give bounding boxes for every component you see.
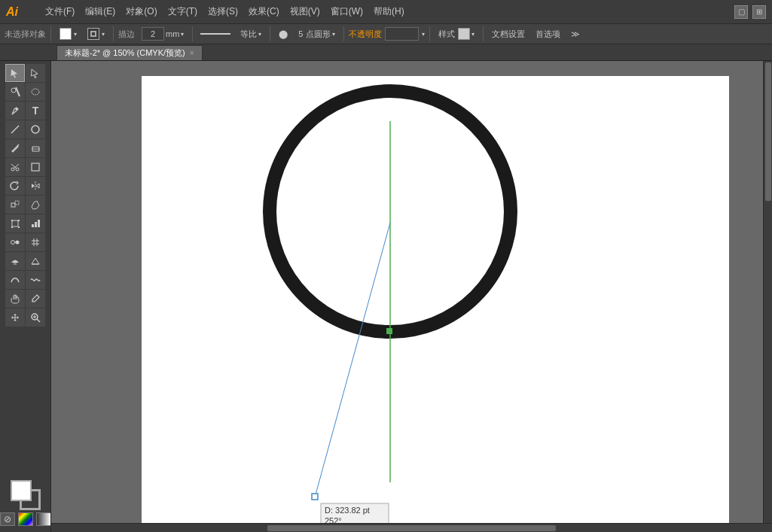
v-scroll-thumb[interactable] — [765, 62, 771, 201]
point-icon[interactable]: ⬤ — [275, 28, 291, 41]
main-area: T — [0, 61, 772, 532]
svg-line-6 — [17, 144, 19, 146]
svg-point-25 — [11, 241, 15, 245]
distort-button[interactable] — [26, 196, 45, 214]
point-arrow: ▾ — [332, 31, 335, 38]
wave-button[interactable] — [26, 271, 45, 289]
maximize-button[interactable]: ⊞ — [752, 5, 766, 19]
opacity-input[interactable]: 100% — [385, 27, 419, 41]
menu-file[interactable]: 文件(F) — [41, 4, 79, 20]
menu-effect[interactable]: 效果(C) — [244, 4, 284, 20]
live-paint-button[interactable] — [5, 252, 25, 270]
more-options-button[interactable]: ≫ — [567, 28, 584, 41]
opacity-arrow: ▾ — [422, 31, 425, 38]
stroke-width-control[interactable]: mm ▾ — [138, 26, 188, 42]
pan-button[interactable] — [5, 309, 25, 327]
svg-rect-20 — [11, 226, 13, 228]
zoom-tool-button[interactable] — [26, 309, 45, 327]
blend-button[interactable] — [5, 233, 25, 251]
fill-color-box[interactable] — [11, 480, 32, 501]
stroke-swatch[interactable] — [87, 28, 99, 40]
minimize-button[interactable]: ▢ — [734, 5, 748, 19]
svg-rect-23 — [35, 222, 37, 227]
anchor-point — [386, 328, 392, 334]
stroke-color-item[interactable]: ▾ — [84, 26, 108, 41]
line-tool-button[interactable] — [5, 120, 25, 138]
document-tab[interactable]: 未标题-2* @ 150% (CMYK/预览) × — [56, 45, 203, 60]
reflect-button[interactable] — [26, 177, 45, 195]
svg-point-2 — [32, 89, 39, 95]
menu-object[interactable]: 对象(O) — [121, 4, 161, 20]
eraser-button[interactable] — [26, 139, 45, 157]
preferences-button[interactable]: 首选项 — [532, 27, 564, 41]
menu-help[interactable]: 帮助(H) — [369, 4, 409, 20]
lasso-button[interactable] — [26, 83, 45, 101]
fill-swatch[interactable] — [60, 28, 72, 40]
style-control[interactable]: 样式 ▾ — [435, 26, 478, 41]
chart-button[interactable] — [26, 214, 45, 233]
menu-edit[interactable]: 编辑(E) — [81, 4, 120, 20]
hand-tool-button[interactable] — [5, 290, 25, 308]
sep1 — [50, 26, 51, 41]
tool-row-5 — [5, 139, 45, 157]
svg-point-34 — [32, 300, 34, 302]
color-mode-row: ⊘ — [0, 512, 51, 526]
svg-point-26 — [16, 241, 20, 245]
ratio-arrow: ▾ — [258, 31, 261, 38]
vertical-scrollbar[interactable] — [763, 61, 772, 523]
rotate-button[interactable] — [5, 177, 25, 195]
eyedropper-button[interactable] — [26, 290, 45, 308]
ratio-label: 等比 — [240, 29, 257, 40]
tool-row-8 — [5, 196, 45, 214]
tool-row-12 — [5, 271, 45, 289]
svg-line-36 — [37, 319, 40, 322]
menu-type[interactable]: 文字(T) — [163, 4, 202, 20]
options-toolbar: 未选择对象 ▾ ▾ 描边 mm ▾ 等比 ▾ ⬤ 5 点圆形 ▾ 不透明度 10… — [0, 23, 772, 44]
svg-rect-32 — [14, 263, 17, 265]
magic-wand-button[interactable] — [5, 83, 25, 101]
selection-tool-button[interactable] — [5, 64, 25, 82]
type-tool-button[interactable]: T — [26, 102, 45, 120]
sep7 — [483, 26, 484, 41]
menu-select[interactable]: 选择(S) — [203, 4, 243, 20]
warp-tool-button[interactable] — [5, 271, 25, 289]
free-transform-button[interactable] — [5, 214, 25, 233]
color-button[interactable] — [18, 512, 33, 526]
horizontal-scrollbar[interactable] — [51, 523, 772, 532]
svg-rect-18 — [11, 220, 13, 221]
tool-row-10 — [5, 233, 45, 251]
tool-row-7 — [5, 177, 45, 195]
scissors-button[interactable] — [5, 158, 25, 176]
gradient-button[interactable] — [36, 512, 51, 526]
menu-view[interactable]: 视图(V) — [285, 4, 325, 20]
scale-button[interactable] — [5, 196, 25, 214]
tool-row-14 — [5, 309, 45, 327]
sep6 — [429, 26, 430, 41]
none-color-button[interactable]: ⊘ — [0, 512, 15, 526]
stroke-unit-arrow: ▾ — [181, 31, 184, 38]
pencil-button[interactable] — [5, 139, 25, 157]
tool-row-1 — [5, 64, 45, 82]
h-scroll-thumb[interactable] — [267, 525, 556, 531]
menu-window[interactable]: 窗口(W) — [326, 4, 368, 20]
tool-row-3: T — [5, 102, 45, 120]
tool-row-13 — [5, 290, 45, 308]
artboard-button[interactable] — [26, 158, 45, 176]
style-label: 样式 — [438, 29, 455, 40]
fill-color-item[interactable]: ▾ — [56, 26, 81, 41]
mesh-button[interactable] — [26, 233, 45, 251]
ellipse-tool-button[interactable] — [26, 120, 45, 138]
tool-row-9 — [5, 214, 45, 233]
point-type-control[interactable]: 5 点圆形 ▾ — [294, 27, 338, 41]
ratio-control[interactable]: 等比 ▾ — [236, 27, 265, 41]
direct-selection-tool-button[interactable] — [26, 64, 45, 82]
style-arrow: ▾ — [471, 31, 474, 38]
canvas-area: D: 323.82 pt 252° — [51, 61, 772, 532]
stroke-width-input[interactable] — [142, 27, 164, 41]
doc-settings-button[interactable]: 文档设置 — [488, 27, 529, 41]
color-section: ⊘ — [0, 477, 51, 529]
sep4 — [270, 26, 270, 41]
tab-close-button[interactable]: × — [190, 49, 194, 57]
perspective-button[interactable] — [26, 252, 45, 270]
pen-tool-button[interactable] — [5, 102, 25, 120]
